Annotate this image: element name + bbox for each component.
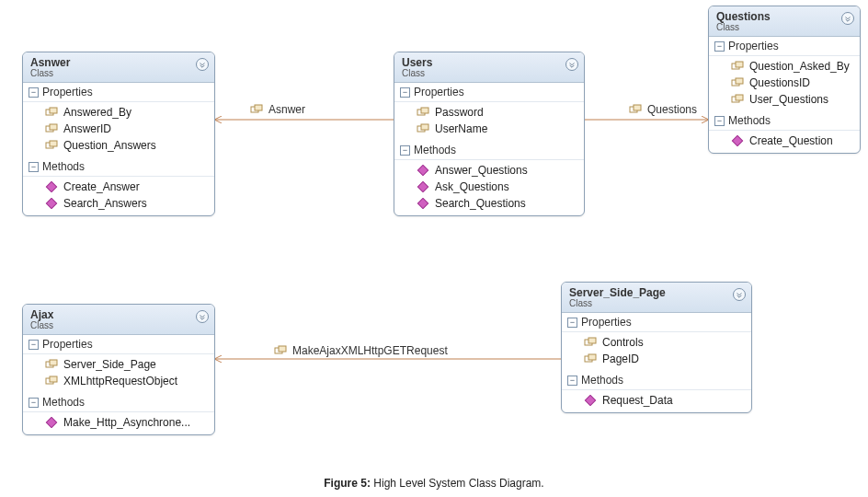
svg-rect-14 bbox=[417, 198, 428, 208]
property-item: QuestionsID bbox=[709, 75, 860, 91]
method-icon bbox=[417, 165, 429, 176]
property-label: Question_Answers bbox=[63, 139, 156, 152]
svg-rect-1 bbox=[50, 108, 57, 113]
property-label: Question_Asked_By bbox=[749, 60, 850, 73]
svg-rect-31 bbox=[585, 395, 595, 405]
section-properties[interactable]: − Properties bbox=[562, 313, 751, 332]
method-icon bbox=[45, 181, 58, 192]
property-icon bbox=[731, 77, 744, 88]
svg-rect-28 bbox=[588, 338, 596, 343]
class-box-answer[interactable]: Asnwer Class − Properties Answered_By An… bbox=[22, 52, 215, 216]
section-properties[interactable]: − Properties bbox=[394, 83, 584, 102]
minus-icon[interactable]: − bbox=[714, 116, 725, 126]
collapse-icon[interactable] bbox=[565, 58, 578, 71]
method-icon bbox=[417, 181, 429, 192]
section-properties[interactable]: − Properties bbox=[709, 37, 860, 56]
svg-rect-3 bbox=[50, 124, 57, 130]
association-label-ajax: MakeAjaxXMLHttpGETRequest bbox=[274, 344, 448, 357]
minus-icon[interactable]: − bbox=[567, 376, 577, 386]
association-text: Asnwer bbox=[268, 103, 305, 116]
section-methods[interactable]: − Methods bbox=[394, 141, 584, 160]
svg-rect-12 bbox=[417, 165, 428, 175]
method-label: Create_Answer bbox=[63, 180, 140, 193]
property-icon bbox=[45, 359, 58, 370]
svg-rect-25 bbox=[50, 376, 57, 382]
class-name: Asnwer bbox=[30, 56, 207, 69]
collapse-icon[interactable] bbox=[841, 12, 854, 25]
method-label: Make_Http_Asynchrone... bbox=[63, 416, 190, 429]
property-icon bbox=[584, 337, 597, 348]
property-item: Server_Side_Page bbox=[23, 356, 214, 373]
class-box-server[interactable]: Server_Side_Page Class − Properties Cont… bbox=[561, 282, 752, 413]
association-text: MakeAjaxXMLHttpGETRequest bbox=[292, 344, 448, 357]
caption-text: High Level System Class Diagram. bbox=[373, 477, 543, 490]
section-title: Properties bbox=[42, 338, 93, 351]
minus-icon[interactable]: − bbox=[29, 87, 39, 98]
property-icon bbox=[45, 107, 58, 118]
minus-icon[interactable]: − bbox=[400, 145, 410, 156]
property-list: Server_Side_Page XMLhttpRequestObject bbox=[23, 354, 214, 393]
method-icon bbox=[584, 395, 597, 406]
section-methods[interactable]: − Methods bbox=[709, 111, 860, 131]
section-methods[interactable]: − Methods bbox=[562, 371, 751, 390]
property-icon bbox=[629, 104, 642, 115]
method-item: Create_Answer bbox=[23, 179, 214, 195]
property-item: Controls bbox=[562, 334, 751, 351]
property-item: User_Questions bbox=[709, 91, 860, 108]
svg-rect-7 bbox=[46, 198, 56, 208]
minus-icon[interactable]: − bbox=[29, 162, 39, 172]
svg-rect-33 bbox=[255, 105, 262, 110]
property-label: QuestionsID bbox=[749, 76, 810, 89]
method-label: Ask_Questions bbox=[435, 180, 509, 193]
section-methods[interactable]: − Methods bbox=[23, 157, 214, 177]
class-box-ajax[interactable]: Ajax Class − Properties Server_Side_Page… bbox=[22, 304, 215, 435]
minus-icon[interactable]: − bbox=[29, 398, 39, 408]
property-label: Controls bbox=[602, 336, 644, 349]
class-kind: Class bbox=[402, 68, 577, 78]
class-name: Ajax bbox=[30, 308, 207, 321]
method-item: Ask_Questions bbox=[394, 179, 584, 195]
section-properties[interactable]: − Properties bbox=[23, 83, 214, 102]
class-header: Users Class bbox=[394, 52, 584, 83]
collapse-icon[interactable] bbox=[196, 58, 209, 71]
property-item: XMLhttpRequestObject bbox=[23, 373, 214, 389]
method-label: Search_Answers bbox=[63, 197, 147, 210]
minus-icon[interactable]: − bbox=[567, 318, 577, 328]
property-list: Controls PageID bbox=[562, 332, 751, 371]
svg-rect-20 bbox=[736, 95, 743, 100]
property-label: Server_Side_Page bbox=[63, 358, 156, 371]
property-item: Answered_By bbox=[23, 104, 214, 121]
class-box-users[interactable]: Users Class − Properties Password UserNa… bbox=[394, 52, 585, 216]
section-methods[interactable]: − Methods bbox=[23, 393, 214, 412]
svg-rect-37 bbox=[279, 346, 286, 352]
method-icon bbox=[417, 198, 429, 209]
minus-icon[interactable]: − bbox=[714, 41, 725, 52]
method-item: Create_Question bbox=[709, 133, 860, 149]
property-item: Question_Answers bbox=[23, 137, 214, 154]
svg-rect-18 bbox=[736, 78, 743, 84]
svg-rect-16 bbox=[736, 62, 743, 67]
svg-rect-9 bbox=[421, 108, 428, 113]
collapse-icon[interactable] bbox=[196, 310, 209, 323]
association-text: Questions bbox=[647, 103, 697, 116]
association-label-answer: Asnwer bbox=[250, 103, 305, 116]
property-icon bbox=[45, 376, 58, 387]
method-icon bbox=[45, 198, 58, 209]
property-item: Question_Asked_By bbox=[709, 58, 860, 75]
property-icon bbox=[731, 61, 744, 72]
property-item: UserName bbox=[394, 121, 584, 137]
svg-rect-13 bbox=[417, 181, 428, 191]
section-title: Properties bbox=[42, 86, 93, 98]
property-label: Password bbox=[435, 106, 484, 119]
property-icon bbox=[417, 123, 429, 134]
class-name: Server_Side_Page bbox=[569, 286, 744, 299]
collapse-icon[interactable] bbox=[733, 288, 746, 301]
method-list: Make_Http_Asynchrone... bbox=[23, 412, 214, 434]
section-title: Methods bbox=[42, 160, 85, 173]
class-kind: Class bbox=[716, 22, 852, 32]
method-item: Request_Data bbox=[562, 392, 751, 409]
class-box-questions[interactable]: Questions Class − Properties Question_As… bbox=[708, 6, 861, 154]
section-properties[interactable]: − Properties bbox=[23, 335, 214, 354]
minus-icon[interactable]: − bbox=[400, 87, 410, 98]
minus-icon[interactable]: − bbox=[29, 340, 39, 350]
